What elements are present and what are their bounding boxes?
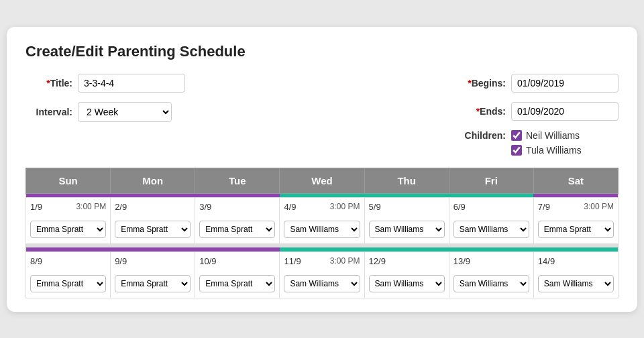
cell-top-6-9: 6/9 xyxy=(453,202,529,217)
date-7-9: 7/9 xyxy=(538,202,550,212)
cell-top-7-9: 7/9 3:00 PM xyxy=(538,202,614,217)
date-3-9: 3/9 xyxy=(199,202,211,212)
date-4-9: 4/9 xyxy=(284,202,296,212)
children-section: Children: Neil Williams Tula Williams xyxy=(459,130,619,156)
person-select-5-9[interactable]: Emma SprattSam WilliamsNeil Williams xyxy=(369,221,445,238)
cell-13-9: 13/9 Emma SprattSam WilliamsNeil William… xyxy=(449,251,533,298)
cell-9-9: 9/9 Emma SprattSam WilliamsNeil Williams xyxy=(111,251,195,298)
page-title: Create/Edit Parenting Schedule xyxy=(25,43,619,60)
person-select-4-9[interactable]: Emma SprattSam WilliamsNeil Williams xyxy=(284,221,360,238)
date-9-9: 9/9 xyxy=(115,256,127,266)
header-sun: Sun xyxy=(26,168,111,193)
interval-select[interactable]: 1 Week 2 Week 3 Week 4 Week xyxy=(78,102,172,122)
child-2-name: Tula Williams xyxy=(526,145,582,156)
week2-data-row: 8/9 Emma SprattSam WilliamsNeil Williams… xyxy=(26,251,619,298)
person-select-8-9[interactable]: Emma SprattSam WilliamsNeil Williams xyxy=(30,275,106,292)
begins-label: *Begins: xyxy=(459,78,506,89)
cell-top-2-9: 2/9 xyxy=(115,202,191,217)
cell-6-9: 6/9 Emma SprattSam WilliamsNeil Williams xyxy=(449,197,533,243)
cell-top-3-9: 3/9 xyxy=(199,202,275,217)
title-label: *Title: xyxy=(25,78,72,89)
header-mon: Mon xyxy=(111,168,195,193)
begins-input[interactable] xyxy=(511,74,619,93)
cell-top-14-9: 14/9 xyxy=(538,256,614,271)
person-select-1-9[interactable]: Emma SprattSam WilliamsNeil Williams xyxy=(30,221,106,238)
cell-top-11-9: 11/9 3:00 PM xyxy=(284,256,360,271)
date-14-9: 14/9 xyxy=(538,256,555,266)
children-row-2: Tula Williams xyxy=(459,145,619,156)
interval-row: Interval: 1 Week 2 Week 3 Week 4 Week xyxy=(25,102,185,122)
cell-1-9: 1/9 3:00 PM Emma SprattSam WilliamsNeil … xyxy=(26,197,111,243)
date-2-9: 2/9 xyxy=(115,202,127,212)
person-select-11-9[interactable]: Emma SprattSam WilliamsNeil Williams xyxy=(284,275,360,292)
ends-label: *Ends: xyxy=(459,106,506,117)
cell-top-4-9: 4/9 3:00 PM xyxy=(284,202,360,217)
main-card: Create/Edit Parenting Schedule *Title: I… xyxy=(7,27,637,312)
date-11-9: 11/9 xyxy=(284,256,301,266)
cell-top-13-9: 13/9 xyxy=(453,256,529,271)
form-area: *Title: Interval: 1 Week 2 Week 3 Week 4… xyxy=(25,74,619,156)
date-10-9: 10/9 xyxy=(199,256,216,266)
person-select-9-9[interactable]: Emma SprattSam WilliamsNeil Williams xyxy=(115,275,191,292)
time-7-9: 3:00 PM xyxy=(584,202,614,211)
header-thu: Thu xyxy=(364,168,449,193)
date-1-9: 1/9 xyxy=(30,202,42,212)
cell-top-9-9: 9/9 xyxy=(115,256,191,271)
person-select-13-9[interactable]: Emma SprattSam WilliamsNeil Williams xyxy=(453,275,529,292)
cell-top-12-9: 12/9 xyxy=(369,256,445,271)
cell-7-9: 7/9 3:00 PM Emma SprattSam WilliamsNeil … xyxy=(533,197,618,243)
date-12-9: 12/9 xyxy=(369,256,386,266)
date-5-9: 5/9 xyxy=(369,202,381,212)
date-8-9: 8/9 xyxy=(30,256,42,266)
person-select-10-9[interactable]: Emma SprattSam WilliamsNeil Williams xyxy=(199,275,275,292)
person-select-2-9[interactable]: Emma SprattSam WilliamsNeil Williams xyxy=(115,221,191,238)
date-6-9: 6/9 xyxy=(453,202,466,212)
child-1-checkbox[interactable] xyxy=(511,130,522,141)
header-wed: Wed xyxy=(280,168,364,193)
title-row: *Title: xyxy=(25,74,185,93)
person-select-14-9[interactable]: Emma SprattSam WilliamsNeil Williams xyxy=(538,275,614,292)
date-13-9: 13/9 xyxy=(453,256,470,266)
form-right: *Begins: *Ends: Children: Neil Williams xyxy=(459,74,619,156)
week1-data-row: 1/9 3:00 PM Emma SprattSam WilliamsNeil … xyxy=(26,197,619,243)
cell-5-9: 5/9 Emma SprattSam WilliamsNeil Williams xyxy=(364,197,449,243)
calendar-table: Sun Mon Tue Wed Thu Fri Sat xyxy=(25,168,619,298)
child-2-checkbox[interactable] xyxy=(511,145,522,156)
ends-input[interactable] xyxy=(511,102,619,121)
cell-10-9: 10/9 Emma SprattSam WilliamsNeil William… xyxy=(195,251,280,298)
calendar-header-row: Sun Mon Tue Wed Thu Fri Sat xyxy=(26,168,619,193)
cell-14-9: 14/9 Emma SprattSam WilliamsNeil William… xyxy=(533,251,618,298)
time-4-9: 3:00 PM xyxy=(330,202,360,211)
person-select-12-9[interactable]: Emma SprattSam WilliamsNeil Williams xyxy=(369,275,445,292)
cell-top-5-9: 5/9 xyxy=(369,202,445,217)
interval-label: Interval: xyxy=(25,107,72,117)
header-sat: Sat xyxy=(533,168,618,193)
form-left: *Title: Interval: 1 Week 2 Week 3 Week 4… xyxy=(25,74,185,156)
begins-row: *Begins: xyxy=(459,74,619,93)
cell-top-10-9: 10/9 xyxy=(199,256,275,271)
person-select-7-9[interactable]: Emma SprattSam WilliamsNeil Williams xyxy=(538,221,614,238)
cell-3-9: 3/9 Emma SprattSam WilliamsNeil Williams xyxy=(195,197,280,243)
cell-4-9: 4/9 3:00 PM Emma SprattSam WilliamsNeil … xyxy=(280,197,364,243)
cell-2-9: 2/9 Emma SprattSam WilliamsNeil Williams xyxy=(111,197,195,243)
header-tue: Tue xyxy=(195,168,280,193)
person-select-6-9[interactable]: Emma SprattSam WilliamsNeil Williams xyxy=(453,221,529,238)
cell-8-9: 8/9 Emma SprattSam WilliamsNeil Williams xyxy=(26,251,111,298)
header-fri: Fri xyxy=(449,168,533,193)
ends-row: *Ends: xyxy=(459,102,619,121)
time-11-9: 3:00 PM xyxy=(330,256,360,266)
child-1-name: Neil Williams xyxy=(526,130,580,141)
person-select-3-9[interactable]: Emma SprattSam WilliamsNeil Williams xyxy=(199,221,275,238)
cell-11-9: 11/9 3:00 PM Emma SprattSam WilliamsNeil… xyxy=(280,251,364,298)
children-row: Children: Neil Williams xyxy=(459,130,619,141)
cell-12-9: 12/9 Emma SprattSam WilliamsNeil William… xyxy=(364,251,449,298)
child-2-item: Tula Williams xyxy=(511,145,582,156)
cell-top-8-9: 8/9 xyxy=(30,256,106,271)
time-1-9: 3:00 PM xyxy=(76,202,106,211)
child-1-item: Neil Williams xyxy=(511,130,580,141)
title-input[interactable] xyxy=(78,74,185,93)
children-label: Children: xyxy=(459,130,506,141)
cell-top-1-9: 1/9 3:00 PM xyxy=(30,202,106,217)
